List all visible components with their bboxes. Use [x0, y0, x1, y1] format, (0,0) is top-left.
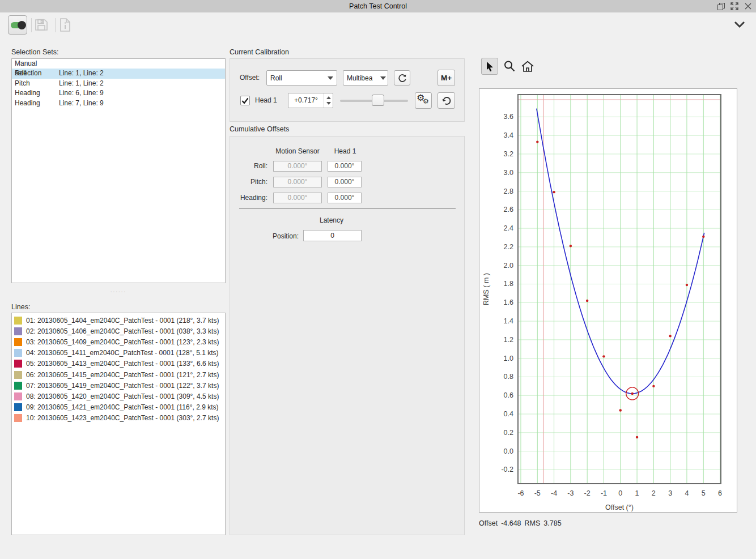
- memory-add-button[interactable]: M+: [438, 70, 455, 86]
- chevron-down-icon: [733, 20, 746, 28]
- status-rms-label: RMS: [525, 519, 541, 527]
- head1-offset-field: 0.000°: [328, 161, 362, 172]
- line-color-swatch: [14, 327, 22, 335]
- line-item[interactable]: 03: 20130605_1409_em2040C_PatchTest - 00…: [12, 336, 225, 347]
- selection-set-row[interactable]: HeadingLine: 7, Line: 9: [12, 99, 225, 108]
- head1-offset-field: 0.000°: [328, 177, 362, 187]
- splitter-handle[interactable]: ......: [11, 287, 226, 293]
- calibration-chart[interactable]: -6-5-4-3-2-10123456-0.20.00.20.40.60.81.…: [479, 88, 737, 513]
- status-offset-label: Offset: [479, 519, 498, 527]
- svg-text:1.2: 1.2: [504, 336, 513, 344]
- cumulative-row-label: Heading:: [227, 194, 267, 202]
- svg-text:Offset (°): Offset (°): [605, 503, 634, 511]
- line-item[interactable]: 05: 20130605_1413_em2040C_PatchTest - 00…: [12, 359, 225, 369]
- svg-text:4: 4: [685, 489, 689, 497]
- selection-set-row[interactable]: PitchLine: 1, Line: 2: [12, 79, 225, 88]
- svg-text:-5: -5: [534, 489, 541, 497]
- line-color-swatch: [14, 403, 22, 411]
- report-button[interactable]: [58, 18, 73, 32]
- refresh-button[interactable]: [394, 70, 410, 86]
- chart-status-bar: Offset-4.648RMS3.785: [479, 519, 565, 527]
- chevron-down-icon: [380, 76, 386, 80]
- head1-offset-field: 0.000°: [328, 193, 362, 203]
- maximize-icon[interactable]: [730, 2, 739, 11]
- cumulative-row-label: Roll:: [227, 162, 267, 170]
- svg-text:-0.2: -0.2: [501, 466, 513, 473]
- svg-text:-3: -3: [567, 489, 574, 497]
- save-button[interactable]: [34, 18, 49, 32]
- selection-sets-label: Selection Sets:: [11, 48, 58, 56]
- lines-list[interactable]: 01: 20130605_1404_em2040C_PatchTest - 00…: [11, 313, 226, 535]
- head1-offset-spinner[interactable]: +0.717°: [288, 93, 333, 108]
- close-icon[interactable]: [744, 2, 753, 11]
- svg-text:0.2: 0.2: [504, 429, 513, 437]
- cumulative-offsets-label: Cumulative Offsets: [230, 125, 289, 133]
- status-rms-value: 3.785: [543, 519, 561, 527]
- svg-text:-2: -2: [584, 489, 591, 497]
- refresh-icon: [397, 73, 407, 83]
- chevron-down-icon: [328, 76, 333, 80]
- line-color-swatch: [14, 392, 22, 400]
- spinner-arrows[interactable]: [324, 93, 333, 108]
- motion-sensor-column-header: Motion Sensor: [273, 147, 322, 155]
- toolbar-separator: [55, 18, 56, 32]
- line-item[interactable]: 04: 20130605_1411_em2040C_PatchTest - 00…: [12, 348, 225, 359]
- svg-text:3.2: 3.2: [504, 150, 513, 158]
- selection-sets-list[interactable]: Manual selectionRollLine: 1, Line: 2Pitc…: [11, 58, 226, 283]
- svg-text:3.6: 3.6: [504, 113, 513, 121]
- line-color-swatch: [14, 382, 22, 390]
- toggle-on-icon: [11, 22, 24, 28]
- selection-set-row[interactable]: Manual selection: [12, 59, 225, 69]
- collapse-panel-button[interactable]: [733, 20, 746, 29]
- lines-label: Lines:: [11, 303, 30, 311]
- spin-up-icon: [326, 96, 331, 99]
- motion-sensor-offset-field: 0.000°: [273, 177, 322, 187]
- magnifier-icon: [503, 60, 516, 72]
- patch-test-control-window: { "window": { "title": "Patch Test Contr…: [0, 0, 756, 559]
- sonar-value: Multibea: [347, 74, 380, 82]
- line-color-swatch: [14, 360, 22, 368]
- selection-set-row[interactable]: HeadingLine: 6, Line: 9: [12, 88, 225, 98]
- svg-text:1.0: 1.0: [504, 355, 513, 362]
- line-item[interactable]: 08: 20130605_1420_em2040C_PatchTest - 00…: [12, 391, 225, 402]
- enable-patch-test-toggle-button[interactable]: [8, 15, 27, 35]
- window-title: Patch Test Control: [0, 0, 756, 12]
- home-view-button[interactable]: [519, 58, 536, 75]
- pointer-tool-button[interactable]: [481, 58, 498, 75]
- settings-button[interactable]: ⚙ ⚙: [415, 92, 432, 109]
- title-bar[interactable]: Patch Test Control: [0, 0, 756, 12]
- svg-text:0.0: 0.0: [504, 447, 513, 455]
- sonar-dropdown[interactable]: Multibea: [343, 70, 388, 86]
- line-color-swatch: [14, 317, 22, 325]
- offset-slider[interactable]: [340, 93, 408, 108]
- svg-text:1.6: 1.6: [504, 298, 513, 306]
- gears-icon: ⚙ ⚙: [417, 95, 430, 107]
- float-window-icon[interactable]: [716, 2, 725, 11]
- offset-type-dropdown[interactable]: Roll: [266, 70, 337, 86]
- svg-text:2.0: 2.0: [504, 262, 513, 270]
- document-info-icon: [58, 18, 72, 32]
- chart-canvas[interactable]: -6-5-4-3-2-10123456-0.20.00.20.40.60.81.…: [479, 89, 737, 512]
- head1-checkbox[interactable]: [240, 96, 250, 105]
- svg-text:2: 2: [652, 489, 656, 497]
- position-field[interactable]: 0: [303, 230, 362, 241]
- cursor-arrow-icon: [485, 61, 495, 72]
- home-icon: [521, 60, 534, 72]
- line-color-swatch: [14, 349, 22, 357]
- current-calibration-label: Current Calibration: [230, 48, 289, 56]
- svg-text:RMS ( m ): RMS ( m ): [482, 273, 490, 305]
- line-item[interactable]: 06: 20130605_1415_em2040C_PatchTest - 00…: [12, 369, 225, 380]
- save-floppy-icon: [34, 18, 49, 32]
- zoom-tool-button[interactable]: [501, 58, 518, 75]
- check-icon: [241, 97, 249, 104]
- selection-set-row[interactable]: RollLine: 1, Line: 2: [12, 69, 225, 78]
- slider-handle[interactable]: [372, 95, 384, 106]
- line-item[interactable]: 09: 20130605_1421_em2040C_PatchTest - 00…: [12, 402, 225, 413]
- undo-button[interactable]: [438, 92, 455, 109]
- line-item[interactable]: 02: 20130605_1406_em2040C_PatchTest - 00…: [12, 326, 225, 336]
- line-item[interactable]: 01: 20130605_1404_em2040C_PatchTest - 00…: [12, 315, 225, 326]
- svg-text:3.4: 3.4: [504, 131, 513, 139]
- line-item[interactable]: 07: 20130605_1419_em2040C_PatchTest - 00…: [12, 380, 225, 391]
- offset-label: Offset:: [240, 70, 260, 86]
- line-item[interactable]: 10: 20130605_1423_em2040C_PatchTest - 00…: [12, 413, 225, 424]
